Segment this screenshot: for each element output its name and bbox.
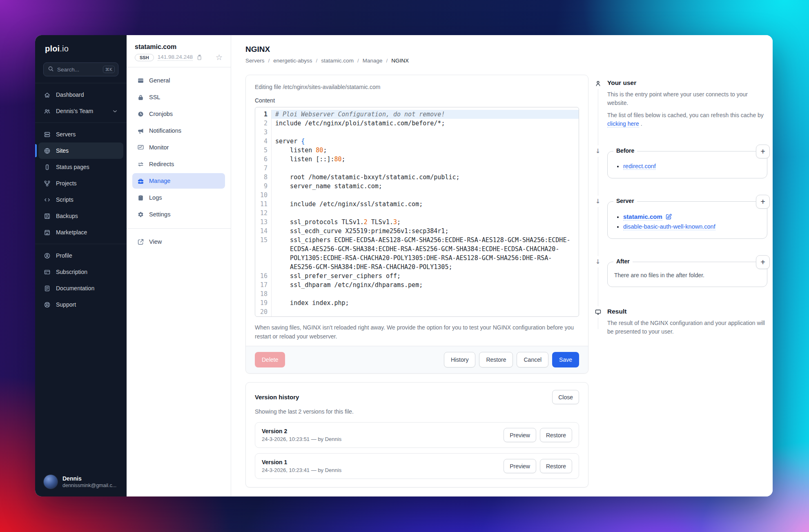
general-icon xyxy=(137,77,144,84)
site-tab-label: View xyxy=(149,238,162,245)
line-number: 13 xyxy=(255,218,272,227)
home-icon xyxy=(43,91,51,98)
save-note: When saving files, NGINX isn't reloaded … xyxy=(255,323,577,341)
site-tab-manage[interactable]: Manage xyxy=(132,173,225,189)
profile-icon xyxy=(43,252,51,259)
code-line-18: 18 xyxy=(255,289,579,298)
server-step: ↓Server+statamic.comdisable-basic-auth-w… xyxy=(592,198,767,239)
site-nav-main: GeneralSSLCronjobsNotificationsMonitorRe… xyxy=(127,67,231,227)
site-tab-settings[interactable]: Settings xyxy=(132,207,225,222)
line-number: 7 xyxy=(255,164,272,173)
restore-button[interactable]: Restore xyxy=(479,352,513,367)
sidebar-nav-account: ProfileSubscriptionDocumentationSupport xyxy=(35,244,127,316)
sidebar-item-servers[interactable]: Servers xyxy=(38,126,123,142)
file-link-disable-basic-auth-well-known-conf[interactable]: disable-basic-auth-well-known.conf xyxy=(623,223,715,230)
copy-icon[interactable] xyxy=(196,54,202,60)
file-item: statamic.com xyxy=(623,213,760,220)
server-ip[interactable]: 141.98.24.248 xyxy=(158,54,193,61)
code-text: ssl_ecdh_curve X25519:prime256v1:secp384… xyxy=(272,227,579,236)
code-editor[interactable]: 1# Ploi Webserver Configuration, do not … xyxy=(255,107,579,317)
search-placeholder: Search... xyxy=(57,67,100,73)
sidebar-item-dashboard[interactable]: Dashboard xyxy=(38,87,123,103)
manage-icon xyxy=(137,178,144,185)
close-button[interactable]: Close xyxy=(552,390,579,404)
server-box: Server+statamic.comdisable-basic-auth-we… xyxy=(607,201,767,239)
user-menu[interactable]: Dennis dennissmink@gmail.c... xyxy=(35,467,127,496)
your-user-step: Your user This is the entry point where … xyxy=(592,78,767,132)
add-before-file-button[interactable]: + xyxy=(756,145,770,158)
breadcrumb-item-servers[interactable]: Servers xyxy=(245,58,265,64)
line-number: 4 xyxy=(255,137,272,146)
preview-button[interactable]: Preview xyxy=(504,459,536,473)
code-line-9: 9server_name statamic.com; xyxy=(255,182,579,191)
favorite-star-icon[interactable]: ☆ xyxy=(216,53,223,61)
line-number: 8 xyxy=(255,173,272,182)
file-item: redirect.conf xyxy=(623,163,760,169)
delete-button[interactable]: Delete xyxy=(255,352,285,367)
nginx-flow-panel: Your user This is the entry point where … xyxy=(592,78,767,340)
main-content: NGINX Servers/energetic-abyss/statamic.c… xyxy=(231,35,773,496)
version-meta: 24-3-2026, 10:23:51 — by Dennis xyxy=(262,436,341,442)
save-button[interactable]: Save xyxy=(552,352,579,367)
subscription-icon xyxy=(43,269,51,276)
line-number: 6 xyxy=(255,155,272,164)
cancel-button[interactable]: Cancel xyxy=(517,352,548,367)
sidebar-item-status-pages[interactable]: Status pages xyxy=(38,159,123,175)
site-tab-cronjobs[interactable]: Cronjobs xyxy=(132,106,225,122)
add-server-file-button[interactable]: + xyxy=(756,195,770,209)
breadcrumb-item-statamic-com[interactable]: statamic.com xyxy=(321,58,354,64)
site-tab-label: SSL xyxy=(149,94,160,100)
code-text xyxy=(272,128,579,137)
sidebar-item-documentation[interactable]: Documentation xyxy=(38,280,123,296)
site-tab-label: Notifications xyxy=(149,127,181,134)
site-tab-redirects[interactable]: Redirects xyxy=(132,156,225,172)
site-tab-notifications[interactable]: Notifications xyxy=(132,123,225,138)
refresh-cache-link[interactable]: clicking here xyxy=(607,120,639,127)
file-link-redirect-conf[interactable]: redirect.conf xyxy=(623,163,656,170)
monitor-icon xyxy=(137,144,144,151)
sidebar-nav-resources: ServersSitesStatus pagesProjectsScriptsB… xyxy=(35,123,127,244)
code-line-14: 14ssl_ecdh_curve X25519:prime256v1:secp3… xyxy=(255,227,579,236)
breadcrumb-item-manage[interactable]: Manage xyxy=(363,58,383,64)
code-text: server_name statamic.com; xyxy=(272,182,579,191)
backups-icon xyxy=(43,213,51,220)
site-tab-ssl[interactable]: SSL xyxy=(132,89,225,105)
ssh-badge[interactable]: SSH xyxy=(135,54,154,61)
code-text: ssl_ciphers ECDHE-ECDSA-AES128-GCM-SHA25… xyxy=(272,236,579,272)
site-tab-label: Redirects xyxy=(149,161,174,167)
breadcrumb-separator: / xyxy=(357,58,359,64)
sidebar-item-marketplace[interactable]: Marketplace xyxy=(38,224,123,240)
restore-version-button[interactable]: Restore xyxy=(540,459,572,473)
preview-button[interactable]: Preview xyxy=(504,428,536,442)
code-line-17: 17ssl_dhparam /etc/nginx/dhparams.pem; xyxy=(255,280,579,289)
main-sidebar: ploi.io Search... ⌘K DashboardDennis's T… xyxy=(35,35,127,496)
code-text: listen [::]:80; xyxy=(272,155,579,164)
sidebar-item-label: Projects xyxy=(56,180,77,187)
site-tab-logs[interactable]: Logs xyxy=(132,190,225,205)
sidebar-item-sites[interactable]: Sites xyxy=(38,142,123,159)
add-after-file-button[interactable]: + xyxy=(756,255,770,269)
result-step: Result The result of the NGINX configura… xyxy=(592,306,767,340)
code-line-16: 16ssl_prefer_server_ciphers off; xyxy=(255,272,579,280)
edit-icon[interactable] xyxy=(665,213,672,220)
site-tab-general[interactable]: General xyxy=(132,73,225,88)
sidebar-item-scripts[interactable]: Scripts xyxy=(38,191,123,208)
site-tab-monitor[interactable]: Monitor xyxy=(132,140,225,155)
sidebar-item-backups[interactable]: Backups xyxy=(38,208,123,224)
version-row-version-1: Version 124-3-2026, 10:23:41 — by Dennis… xyxy=(255,453,579,479)
version-name: Version 2 xyxy=(262,428,341,434)
sidebar-item-support[interactable]: Support xyxy=(38,296,123,313)
logo-bold: ploi xyxy=(45,44,60,53)
projects-icon xyxy=(43,180,51,187)
breadcrumb-item-energetic-abyss[interactable]: energetic-abyss xyxy=(273,58,312,64)
sidebar-item-subscription[interactable]: Subscription xyxy=(38,264,123,280)
history-button[interactable]: History xyxy=(444,352,476,367)
sidebar-item-profile[interactable]: Profile xyxy=(38,247,123,264)
restore-version-button[interactable]: Restore xyxy=(540,428,572,442)
site-tab-view[interactable]: View xyxy=(132,234,225,249)
line-number: 12 xyxy=(255,209,272,218)
search-input[interactable]: Search... ⌘K xyxy=(43,62,118,76)
sidebar-item-dennis-s-team[interactable]: Dennis's Team xyxy=(38,103,123,119)
file-link-statamic-com[interactable]: statamic.com xyxy=(623,213,662,220)
sidebar-item-projects[interactable]: Projects xyxy=(38,175,123,191)
